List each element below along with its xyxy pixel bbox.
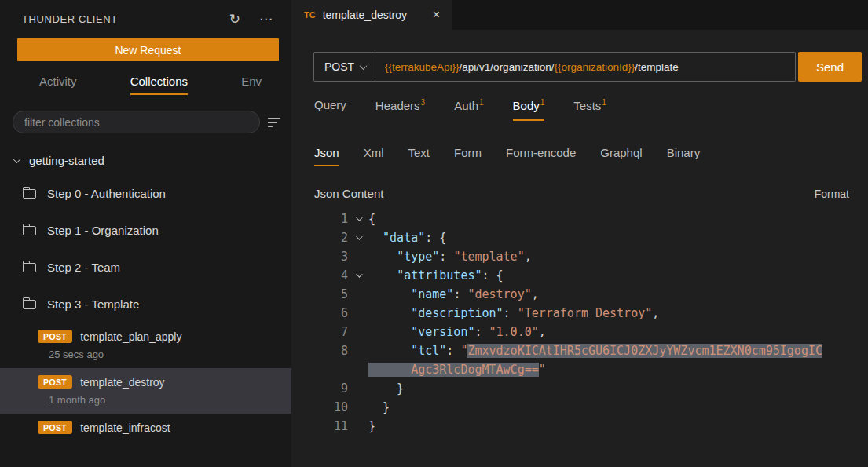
request-tabs: Query Headers3 Auth1 Body1 Tests1: [314, 98, 868, 121]
tab-count-badge: 1: [479, 98, 484, 107]
folder-label: Step 0 - Authentication: [47, 187, 166, 200]
more-actions-icon[interactable]: ⋯: [259, 11, 273, 27]
close-tab-icon[interactable]: ×: [433, 8, 440, 22]
line-number: 1: [291, 210, 348, 228]
thunder-client-tab-icon: TC: [304, 10, 316, 20]
post-badge: POST: [38, 375, 72, 389]
code-text: "version": "1.0.0",: [368, 323, 546, 341]
tab-form-encode[interactable]: Form-encode: [506, 146, 576, 166]
new-request-button[interactable]: New Request: [17, 38, 279, 61]
fold-spacer: [348, 360, 368, 379]
fold-spacer: [348, 398, 368, 417]
line-number: 6: [291, 304, 348, 323]
method-value: POST: [324, 60, 354, 73]
line-number: 7: [291, 323, 348, 341]
folder-step-2-team[interactable]: Step 2 - Team: [0, 249, 291, 286]
tab-headers[interactable]: Headers3: [375, 98, 425, 121]
send-button[interactable]: Send: [798, 52, 862, 82]
fold-spacer: [348, 247, 368, 266]
request-name: template_destroy: [80, 376, 164, 389]
tab-tests[interactable]: Tests1: [573, 98, 606, 121]
code-text: }: [368, 398, 390, 417]
tab-binary[interactable]: Binary: [667, 146, 701, 166]
sort-filter-icon[interactable]: [268, 118, 280, 127]
folder-icon: [23, 226, 36, 235]
code-line[interactable]: 7 "version": "1.0.0",: [291, 323, 868, 341]
tab-text[interactable]: Text: [408, 146, 430, 166]
folder-step-1-organization[interactable]: Step 1 - Organization: [0, 212, 291, 249]
code-text: "type": "template",: [368, 247, 532, 266]
url-input[interactable]: {{terrakubeApi}}/api/v1/organization/{{o…: [375, 52, 796, 82]
code-text: {: [368, 210, 375, 228]
editor-tabbar: TC template_destroy ×: [291, 0, 868, 30]
main-panel: TC template_destroy × POST {{terrakubeAp…: [291, 0, 868, 467]
line-number: 8: [291, 341, 348, 360]
tab-template-destroy[interactable]: TC template_destroy ×: [291, 0, 452, 30]
sidebar: THUNDER CLIENT ↻ ⋯ New Request Activity …: [0, 0, 291, 467]
json-content-title: Json Content: [314, 187, 383, 200]
code-editor[interactable]: 1{2 "data": {3 "type": "template",4 "att…: [291, 210, 868, 436]
fold-chevron-icon[interactable]: [348, 228, 368, 247]
code-line[interactable]: 8 "tcl": "ZmxvdzoKICAtIHR5cGU6ICJ0ZXJyYW…: [291, 341, 868, 360]
request-title-row: POST template_plan_apply: [38, 330, 291, 343]
line-number: 4: [291, 266, 348, 285]
tab-graphql[interactable]: Graphql: [600, 146, 642, 166]
folder-icon: [23, 263, 36, 272]
code-line[interactable]: 11}: [291, 417, 868, 436]
post-badge: POST: [38, 421, 72, 434]
fold-chevron-icon[interactable]: [348, 210, 368, 228]
tab-activity[interactable]: Activity: [39, 75, 77, 95]
tab-count-badge: 1: [540, 98, 545, 107]
line-number: 11: [291, 417, 348, 436]
tab-env[interactable]: Env: [241, 75, 262, 95]
chevron-down-icon: [13, 155, 21, 163]
code-text: "name": "destroy",: [368, 285, 539, 304]
tab-query[interactable]: Query: [314, 98, 346, 121]
code-line[interactable]: 1{: [291, 210, 868, 228]
folder-step-3-template[interactable]: Step 3 - Template: [0, 286, 291, 323]
request-name: template_plan_apply: [80, 330, 181, 343]
tab-label: Body: [513, 99, 540, 112]
code-line[interactable]: 10 }: [291, 398, 868, 417]
collection-getting-started[interactable]: getting-started: [0, 154, 291, 167]
line-number: [291, 360, 348, 379]
request-time: 25 secs ago: [49, 348, 291, 360]
tab-xml[interactable]: Xml: [364, 146, 384, 166]
url-variable: {{organizationId}}: [554, 61, 635, 73]
code-line[interactable]: 2 "data": {: [291, 228, 868, 247]
fold-chevron-icon[interactable]: [348, 266, 368, 285]
fold-spacer: [348, 285, 368, 304]
tab-collections[interactable]: Collections: [130, 75, 188, 95]
tab-label: Headers: [375, 99, 420, 112]
folder-icon: [23, 300, 36, 309]
fold-spacer: [348, 341, 368, 360]
line-number: 3: [291, 247, 348, 266]
request-template-destroy[interactable]: POST template_destroy 1 month ago: [0, 368, 291, 414]
url-path: /template: [635, 61, 679, 73]
code-line[interactable]: 3 "type": "template",: [291, 247, 868, 266]
fold-spacer: [348, 379, 368, 398]
code-line[interactable]: 9 }: [291, 379, 868, 398]
code-line[interactable]: Agc3RlcDogMTAwCg==": [291, 360, 868, 379]
request-template-plan-apply[interactable]: POST template_plan_apply 25 secs ago: [0, 323, 291, 368]
tab-json[interactable]: Json: [314, 146, 339, 166]
line-number: 9: [291, 379, 348, 398]
chevron-down-icon: [360, 62, 368, 70]
refresh-icon[interactable]: ↻: [229, 11, 240, 27]
folder-step-0-authentication[interactable]: Step 0 - Authentication: [0, 175, 291, 212]
tab-label: Auth: [454, 99, 478, 112]
line-number: 2: [291, 228, 348, 247]
request-template-infracost[interactable]: POST template_infracost: [0, 414, 291, 442]
format-button[interactable]: Format: [815, 188, 849, 200]
tab-body[interactable]: Body1: [513, 98, 545, 121]
code-line[interactable]: 5 "name": "destroy",: [291, 285, 868, 304]
code-line[interactable]: 4 "attributes": {: [291, 266, 868, 285]
request-title-row: POST template_infracost: [38, 421, 291, 434]
body-type-tabs: Json Xml Text Form Form-encode Graphql B…: [314, 146, 868, 166]
filter-collections-input[interactable]: [13, 111, 260, 133]
tab-auth[interactable]: Auth1: [454, 98, 483, 121]
request-name: template_infracost: [80, 421, 170, 434]
method-select[interactable]: POST: [313, 52, 375, 82]
tab-form[interactable]: Form: [454, 146, 482, 166]
code-line[interactable]: 6 "description": "Terraform Destroy",: [291, 304, 868, 323]
